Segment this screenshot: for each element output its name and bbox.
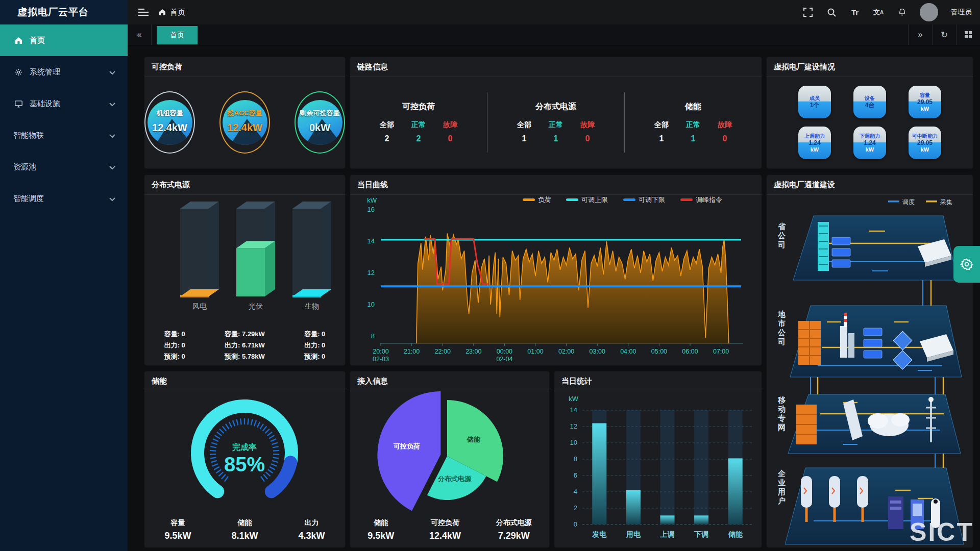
app-logo: 虚拟电厂云平台 (0, 0, 128, 24)
gear-icon (960, 258, 973, 271)
svg-text:调度: 调度 (902, 198, 915, 206)
kpi-gauge-value: 0kW (296, 122, 344, 134)
sidebar-item-home[interactable]: 首页 (0, 24, 128, 56)
sidebar-item-3[interactable]: 智能物联 (0, 119, 128, 151)
layout-grid-button[interactable] (956, 24, 980, 45)
dist-stat-line: 容量: 7.29kW (225, 330, 265, 339)
link-stat-label: 全部 (517, 120, 531, 130)
link-stat-fault: 故障0 (718, 120, 732, 143)
kpi-gauge-label: 剩余可投容量 (296, 109, 344, 118)
sidebar-item-label: 智能调度 (13, 194, 44, 204)
divider (487, 92, 487, 153)
link-stat-value: 1 (659, 134, 664, 143)
topbar: 首页 Tr 文A 管理员 (128, 0, 980, 24)
svg-text:kW: kW (569, 395, 579, 403)
divider (624, 92, 625, 153)
badge-label: 下调能力 (860, 133, 880, 139)
bell-icon[interactable] (896, 7, 908, 18)
breadcrumb-label: 首页 (170, 8, 185, 17)
refresh-button[interactable]: ↻ (932, 24, 956, 45)
link-stat-label: 全部 (654, 120, 669, 130)
main-content: 可控负荷 机组容量12.4kW投AGC容量12.4kW剩余可投容量0kW 链路信… (128, 45, 980, 551)
kpi-gauge-2: 剩余可投容量0kW (295, 91, 345, 154)
tab-home[interactable]: 首页 (157, 26, 198, 44)
panel-link-info: 链路信息 可控负荷全部2正常2故障0分布式电源全部1正常1故障0储能全部1正常1… (350, 57, 762, 168)
svg-text:发电: 发电 (592, 530, 607, 538)
sidebar-item-label: 基础设施 (30, 99, 60, 109)
build-badge-4: 下调能力1.24kW (853, 127, 886, 159)
svg-text:01:00: 01:00 (527, 348, 543, 355)
panel-daily-curve: 当日曲线 kW16141210820:0002-0321:0022:0023:0… (350, 175, 762, 365)
build-badge-3: 上调能力1.24kW (798, 127, 831, 159)
storage-stat-0: 容量9.5kW (164, 518, 191, 541)
badge-unit: kW (921, 106, 929, 112)
chevron-down-icon (109, 68, 115, 77)
user-avatar[interactable] (920, 3, 938, 21)
monitor-icon (13, 98, 23, 109)
link-info-groups: 可控负荷全部2正常2故障0分布式电源全部1正常1故障0储能全部1正常1故障0 (350, 77, 762, 168)
chevron-down-icon (109, 131, 115, 140)
stat-label: 储能 (374, 518, 388, 528)
svg-text:12: 12 (368, 269, 375, 277)
badge-label: 设备 (865, 95, 875, 102)
panel-title: 当日曲线 (357, 180, 388, 190)
svg-text:00:00: 00:00 (497, 348, 512, 355)
collapse-left-button[interactable]: « (128, 24, 152, 45)
access-stat-1: 可控负荷12.4kW (429, 518, 461, 541)
font-size-icon[interactable]: Tr (849, 7, 861, 18)
panel-controllable-load: 可控负荷 机组容量12.4kW投AGC容量12.4kW剩余可投容量0kW (144, 57, 345, 168)
sidebar-item-5[interactable]: 智能调度 (0, 183, 128, 214)
svg-text:20:00: 20:00 (373, 348, 388, 355)
panel-title: 分布式电源 (152, 180, 190, 190)
stat-value: 7.29kW (498, 531, 530, 541)
svg-text:地市公司: 地市公司 (777, 310, 786, 346)
svg-text:21:00: 21:00 (404, 348, 420, 355)
panel-dist-power: 分布式电源 风电光伏生物容量: 0出力: 0预测: 0容量: 7.29kW出力:… (144, 175, 345, 365)
svg-text:07:00: 07:00 (713, 348, 729, 355)
settings-fab-button[interactable] (953, 246, 980, 283)
link-group-1: 分布式电源全部1正常1故障0 (487, 102, 624, 143)
badge-label: 容量 (920, 92, 930, 98)
build-badge-2: 容量29.05kW (909, 86, 941, 118)
expand-right-button[interactable]: » (908, 24, 932, 45)
svg-text:14: 14 (368, 237, 375, 245)
kpi-gauge-value: 12.4kW (145, 122, 194, 134)
tab-bar: « 首页 » ↻ (128, 24, 980, 45)
dist-power-stats: 容量: 0出力: 0预测: 0容量: 7.29kW出力: 6.71kW预测: 5… (144, 330, 345, 361)
panel-title: 可控负荷 (152, 62, 182, 72)
svg-text:10: 10 (570, 439, 577, 446)
svg-text:04:00: 04:00 (620, 348, 636, 355)
panel-title: 当日统计 (561, 377, 592, 386)
breadcrumb[interactable]: 首页 (158, 8, 185, 17)
fullscreen-icon[interactable] (802, 7, 814, 18)
panel-title: 储能 (152, 377, 167, 386)
svg-text:05:00: 05:00 (651, 348, 667, 355)
svg-text:可调上限: 可调上限 (581, 196, 608, 204)
badge-value: 1.24 (808, 139, 820, 146)
svg-text:0: 0 (574, 520, 577, 528)
stat-label: 分布式电源 (496, 518, 532, 528)
svg-text:负荷: 负荷 (538, 196, 551, 204)
sidebar-item-1[interactable]: 系统管理 (0, 56, 128, 88)
chevron-down-icon (109, 163, 115, 171)
sidebar-item-label: 首页 (30, 36, 45, 45)
hamburger-icon[interactable] (138, 7, 149, 18)
stat-value: 4.3kW (298, 531, 325, 541)
svg-text:可调下限: 可调下限 (639, 196, 665, 204)
sidebar-item-4[interactable]: 资源池 (0, 151, 128, 183)
badge-unit: kW (866, 146, 874, 153)
search-icon[interactable] (826, 7, 837, 18)
translate-icon[interactable]: 文A (873, 7, 884, 18)
svg-text:风电: 风电 (192, 302, 207, 310)
dist-stat-col-2: 容量: 0出力: 0预测: 0 (304, 330, 325, 361)
sidebar-item-2[interactable]: 基础设施 (0, 88, 128, 119)
link-stat-value: 0 (723, 134, 727, 143)
svg-text:03:00: 03:00 (590, 348, 605, 355)
stat-value: 8.1kW (231, 531, 258, 541)
storage-stat-2: 出力4.3kW (298, 518, 325, 541)
svg-text:可控负荷: 可控负荷 (393, 442, 420, 450)
kpi-gauge-value: 12.4kW (220, 122, 269, 134)
badge-label: 成员 (810, 95, 820, 102)
daily-curve-chart: kW16141210820:0002-0321:0022:0023:0000:0… (354, 194, 757, 364)
dist-stat-line: 预测: 0 (304, 352, 325, 361)
